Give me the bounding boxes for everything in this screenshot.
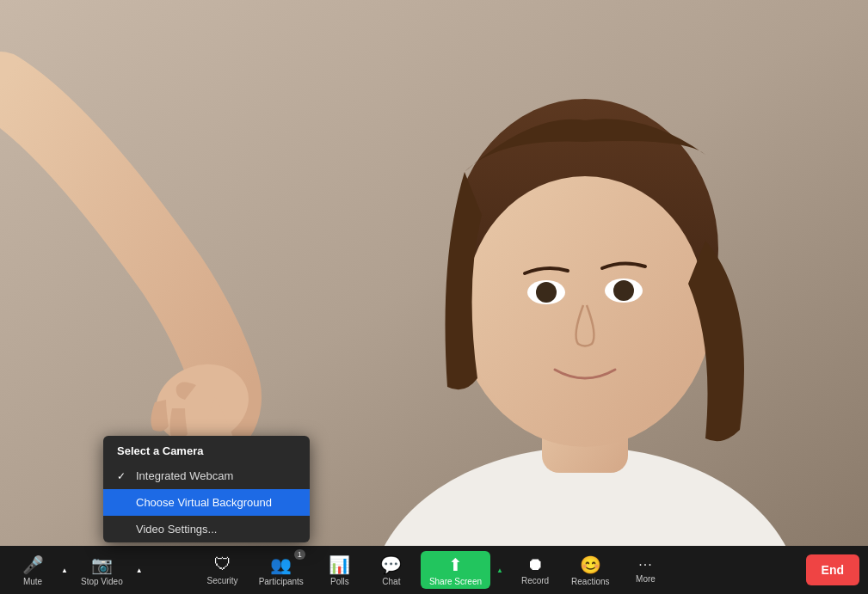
toolbar-right: End — [806, 554, 859, 585]
polls-button[interactable]: 📊 Polls — [316, 546, 364, 594]
participants-icon: 👥 — [270, 554, 292, 575]
stop-video-group: 📷 Stop Video ▲ — [72, 546, 147, 594]
mic-icon: 🎤 — [22, 554, 44, 575]
more-icon: ··· — [638, 557, 652, 573]
more-button[interactable]: ··· More — [622, 546, 670, 594]
menu-item-integrated-webcam[interactable]: ✓ Integrated Webcam — [103, 462, 310, 489]
toolbar-center: 🛡 Security 👥 Participants 1 📊 Polls 💬 Ch… — [199, 546, 670, 594]
mute-chevron[interactable]: ▲ — [57, 546, 72, 594]
record-button[interactable]: ⏺ Record — [511, 546, 559, 594]
toolbar: 🎤 Mute ▲ 📷 Stop Video ▲ 🛡 Security 👥 Par… — [0, 546, 868, 594]
chat-button[interactable]: 💬 Chat — [367, 546, 416, 594]
participants-badge: 1 — [294, 549, 305, 560]
share-screen-chevron[interactable]: ▲ — [492, 546, 508, 594]
share-screen-button[interactable]: ⬆ Share Screen — [421, 551, 490, 589]
security-icon: 🛡 — [214, 554, 231, 574]
camera-menu: Select a Camera ✓ Integrated Webcam Choo… — [103, 436, 310, 542]
participants-button[interactable]: 👥 Participants 1 — [250, 546, 312, 594]
end-button[interactable]: End — [806, 554, 859, 585]
menu-item-video-settings[interactable]: Video Settings... — [103, 516, 310, 542]
reactions-icon: 😊 — [580, 554, 601, 575]
chat-icon: 💬 — [380, 554, 402, 575]
menu-header: Select a Camera — [103, 436, 310, 462]
share-screen-icon: ⬆ — [448, 554, 463, 575]
mute-group: 🎤 Mute ▲ — [9, 546, 72, 594]
menu-item-virtual-bg[interactable]: Choose Virtual Background — [103, 489, 310, 516]
svg-point-10 — [613, 280, 634, 301]
camera-icon: 📷 — [91, 554, 113, 575]
video-chevron[interactable]: ▲ — [132, 546, 147, 594]
security-button[interactable]: 🛡 Security — [199, 546, 247, 594]
share-screen-group: ⬆ Share Screen ▲ — [419, 546, 508, 594]
polls-icon: 📊 — [329, 554, 350, 575]
reactions-button[interactable]: 😊 Reactions — [563, 546, 618, 594]
svg-point-6 — [465, 176, 705, 443]
stop-video-button[interactable]: 📷 Stop Video — [72, 546, 132, 594]
mute-button[interactable]: 🎤 Mute — [9, 546, 57, 594]
record-icon: ⏺ — [526, 554, 544, 574]
check-icon: ✓ — [117, 470, 129, 482]
svg-point-8 — [536, 282, 557, 303]
